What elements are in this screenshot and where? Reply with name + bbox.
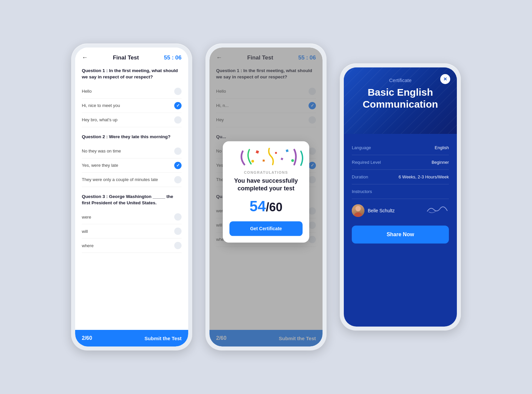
question-text-2: Question 2 : Were they late this morning… bbox=[82, 134, 182, 140]
question-text-1: Question 1 : In the first meeting, what … bbox=[82, 68, 182, 80]
cert-val-level: Beginner bbox=[432, 160, 449, 165]
option-row[interactable]: Hello bbox=[82, 84, 182, 99]
svg-point-7 bbox=[355, 206, 361, 211]
svg-rect-1 bbox=[286, 149, 289, 152]
congrats-label: CONGRATULATIONS bbox=[229, 170, 303, 174]
congratulations-modal: CONGRATULATIONS You have successfully co… bbox=[223, 141, 309, 243]
svg-rect-3 bbox=[281, 157, 283, 160]
svg-point-6 bbox=[275, 152, 277, 154]
svg-point-5 bbox=[291, 159, 294, 162]
cert-title: Basic English Communication bbox=[352, 86, 449, 110]
cert-row-language: Language English bbox=[352, 141, 449, 155]
footer-count-1: 2/60 bbox=[82, 335, 92, 341]
radio-circle-checked[interactable] bbox=[174, 162, 182, 169]
cert-val-language: English bbox=[435, 145, 449, 150]
signature bbox=[426, 205, 449, 217]
radio-circle[interactable] bbox=[174, 88, 182, 95]
instructor-name: Belle Schultz bbox=[368, 208, 395, 213]
option-label: Hey bro, what's up bbox=[82, 117, 117, 122]
instructor-info: Belle Schultz bbox=[352, 204, 395, 217]
score-display: 54/60 bbox=[229, 198, 303, 215]
cert-header-bg: ✕ Certificate Basic English Communicatio… bbox=[344, 67, 457, 134]
option-label: Yes, were they late bbox=[82, 163, 118, 168]
option-label: will bbox=[82, 229, 88, 234]
score-separator: / bbox=[266, 200, 269, 214]
question-block-1: Question 1 : In the first meeting, what … bbox=[82, 68, 182, 127]
cert-key-language: Language bbox=[352, 145, 371, 150]
cert-key-duration: Duration bbox=[352, 174, 368, 179]
cert-label: Certificate bbox=[352, 77, 449, 83]
timer-1: 55 : 06 bbox=[164, 54, 182, 61]
avatar bbox=[352, 204, 364, 217]
svg-point-4 bbox=[251, 160, 254, 162]
option-label: were bbox=[82, 215, 91, 220]
radio-circle-checked[interactable] bbox=[174, 102, 182, 109]
question-block-3: Question 3 : George Washington _____ the… bbox=[82, 194, 182, 253]
phone-3: ✕ Certificate Basic English Communicatio… bbox=[340, 63, 461, 331]
option-row[interactable]: They were only a couple of minutes late bbox=[82, 173, 182, 187]
phone-1: ← Final Test 55 : 06 Question 1 : In the… bbox=[71, 44, 192, 350]
score-denominator: 60 bbox=[269, 200, 282, 214]
test-body-1: Question 1 : In the first meeting, what … bbox=[75, 64, 188, 320]
header-title-1: Final Test bbox=[113, 54, 139, 61]
cert-row-instructors: Instructors bbox=[352, 184, 449, 199]
instructor-row: Belle Schultz bbox=[352, 199, 449, 222]
option-row[interactable]: will bbox=[82, 224, 182, 239]
cert-row-level: Required Level Beginner bbox=[352, 155, 449, 170]
phone-2: ← Final Test 55 : 06 Question 1 : In the… bbox=[205, 44, 327, 350]
radio-circle[interactable] bbox=[174, 228, 182, 235]
score-numerator: 54 bbox=[249, 198, 266, 214]
option-row[interactable]: where bbox=[82, 239, 182, 253]
option-row[interactable]: No they was on time bbox=[82, 144, 182, 158]
radio-circle[interactable] bbox=[174, 148, 182, 155]
option-label: where bbox=[82, 243, 93, 248]
cert-val-duration: 6 Weeks, 2-3 Hours/Week bbox=[399, 174, 449, 179]
option-label: No they was on time bbox=[82, 148, 121, 153]
share-now-button[interactable]: Share Now bbox=[352, 226, 449, 244]
confetti-decoration bbox=[229, 148, 303, 168]
radio-circle[interactable] bbox=[174, 176, 182, 183]
radio-circle[interactable] bbox=[174, 116, 182, 124]
get-certificate-button[interactable]: Get Certificate bbox=[229, 221, 303, 236]
radio-circle[interactable] bbox=[174, 213, 182, 221]
cert-row-duration: Duration 6 Weeks, 2-3 Hours/Week bbox=[352, 170, 449, 184]
submit-test-button-1[interactable]: Submit the Test bbox=[145, 336, 182, 341]
cert-key-level: Required Level bbox=[352, 160, 381, 165]
cert-key-instructors: Instructors bbox=[352, 189, 372, 194]
cert-body: Language English Required Level Beginner… bbox=[344, 134, 457, 250]
option-label: They were only a couple of minutes late bbox=[82, 177, 158, 182]
svg-point-8 bbox=[354, 212, 362, 217]
question-block-2: Question 2 : Were they late this morning… bbox=[82, 134, 182, 187]
radio-circle[interactable] bbox=[174, 242, 182, 249]
congrats-text: You have successfully completed your tes… bbox=[229, 177, 303, 193]
svg-rect-2 bbox=[263, 159, 265, 162]
question-text-3: Question 3 : George Washington _____ the… bbox=[82, 194, 182, 206]
test-footer-1: 2/60 Submit the Test bbox=[75, 330, 188, 346]
option-row[interactable]: Yes, were they late bbox=[82, 158, 182, 173]
option-label: Hello bbox=[82, 89, 92, 94]
option-label: Hi, nice to meet you bbox=[82, 103, 120, 108]
svg-rect-0 bbox=[256, 150, 259, 153]
test-header-1: ← Final Test 55 : 06 bbox=[75, 48, 188, 64]
back-arrow-1[interactable]: ← bbox=[82, 54, 88, 61]
option-row[interactable]: Hi, nice to meet you bbox=[82, 99, 182, 113]
option-row[interactable]: Hey bro, what's up bbox=[82, 113, 182, 127]
option-row[interactable]: were bbox=[82, 210, 182, 224]
